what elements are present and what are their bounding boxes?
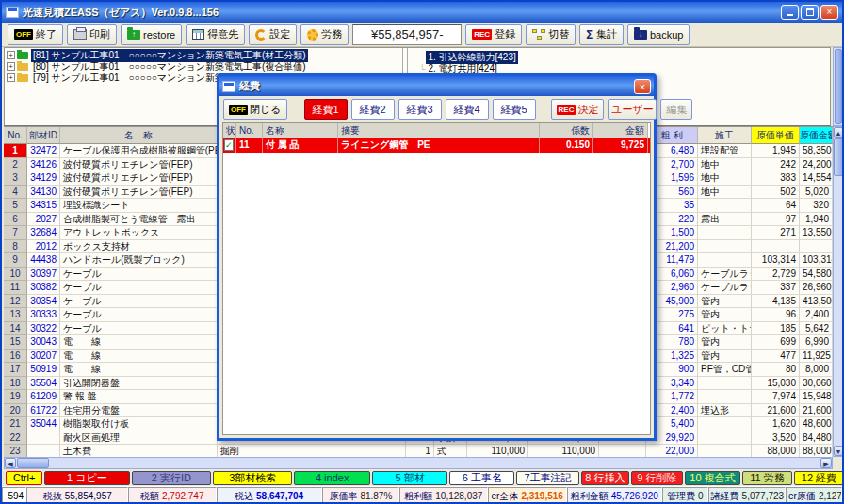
function-key-bar: Ctrl+1 コピー2 実行ID3部材検索4 index5 部材6 工事名7工事… — [4, 471, 844, 485]
expense-list-header: 状 No. 名称 摘要 係数 金額 — [223, 123, 650, 138]
switch-button[interactable]: 切替 — [526, 24, 576, 45]
backup-button[interactable]: ↓ backup — [627, 24, 690, 45]
cell-cost-unit-price: 185 — [752, 322, 800, 336]
backup-folder-icon: ↓ — [634, 30, 647, 40]
fkey-button[interactable]: 2 実行ID — [132, 471, 211, 485]
scroll-up-icon[interactable]: ▲ — [834, 127, 843, 138]
expand-icon[interactable]: + — [7, 51, 15, 59]
expense-tab[interactable]: 経費1 — [304, 99, 348, 120]
cell-construction: 露出 — [698, 213, 752, 227]
tree-scrollbar[interactable] — [833, 47, 844, 126]
exit-button[interactable]: OFF 終了 — [8, 24, 63, 45]
status-segment: 税抜55,854,957 — [26, 487, 128, 504]
decide-button[interactable]: REC 決定 — [551, 99, 605, 120]
table-horizontal-scrollbar[interactable]: ◀ ▶ — [4, 457, 833, 469]
register-button[interactable]: REC 登録 — [465, 24, 522, 45]
header-no: No. — [236, 123, 263, 138]
project-tree-item[interactable]: + [81] サンプル工事01 ○○○○○マンション新築電気工事(材工分類) — [7, 50, 400, 60]
fkey-button[interactable]: 12 経費 — [794, 471, 844, 485]
vertical-scroll-thumb[interactable] — [834, 138, 843, 176]
cell-construction: 管内 — [698, 308, 752, 322]
cell-name: 警 報 盤 — [60, 390, 218, 404]
cell-cost-unit-price: 3,520 — [752, 431, 800, 446]
table-row[interactable]: 23 土木費 掘削 1 式 110,000 110,000 22,000 88,… — [4, 445, 833, 457]
cell-no: 19 — [4, 390, 27, 404]
cell-cost-unit-price: 2,729 — [752, 268, 800, 282]
restore-button[interactable]: ↑ restore — [121, 24, 182, 45]
maximize-button[interactable] — [801, 5, 819, 20]
cell-part-id: 30333 — [27, 308, 60, 322]
fkey-button[interactable]: Ctrl+ — [6, 471, 42, 485]
fkey-button[interactable]: 7工事注記 — [516, 471, 579, 485]
summary-button[interactable]: Σ 集計 — [579, 24, 624, 45]
cell-no: 13 — [4, 308, 27, 322]
status-value: 0 — [698, 491, 704, 501]
fkey-button[interactable]: 3部材検索 — [213, 471, 292, 485]
cell-construction: ピット・トラフ・ — [698, 322, 752, 336]
status-label: 諸経費 — [711, 491, 739, 501]
cell-name: ボックス支持材 — [60, 240, 218, 254]
fkey-button[interactable]: 5 部材 — [372, 471, 447, 485]
cell-name: ケーブル — [60, 281, 218, 295]
cell-cost-unit-price: 383 — [752, 171, 800, 186]
cell-name: 波付硬質ポリエチレン管(FEP) — [60, 186, 218, 200]
cell-construction — [698, 226, 752, 240]
user-button[interactable]: ユーザー — [608, 99, 657, 120]
status-value: 2,319,516 — [521, 491, 563, 501]
expand-icon[interactable]: + — [7, 73, 15, 82]
scroll-down-icon[interactable]: ▼ — [834, 446, 843, 456]
cell-construction: 地中 — [698, 158, 752, 172]
rec-icon: REC — [557, 105, 576, 115]
cell-unit-price: 110,000 — [467, 445, 528, 457]
cell-name: 電 線 — [60, 363, 218, 377]
expense-no: 11 — [236, 138, 263, 153]
fkey-button[interactable]: 1 コピー — [44, 471, 129, 485]
expense-name: 付 属 品 — [263, 138, 338, 153]
project-tree-item[interactable]: + [80] サンプル工事01 ○○○○○マンション新築電気工事(複合単価) — [7, 61, 400, 72]
settings-button[interactable]: 設定 — [249, 24, 297, 45]
fkey-button[interactable]: 11 労務 — [742, 471, 792, 485]
labor-button[interactable]: 労務 — [300, 24, 349, 45]
scroll-right-icon[interactable]: ▶ — [820, 458, 832, 468]
scroll-left-icon[interactable]: ◀ — [5, 458, 16, 468]
expense-row[interactable]: ✓ 11 付 属 品 ライニング鋼管 PE 0.150 9,725 — [223, 138, 650, 153]
cell-no: 7 — [4, 226, 27, 240]
restore-folder-icon: ↑ — [127, 30, 140, 40]
status-segment: 管理費0 — [662, 487, 708, 504]
fkey-button[interactable]: 6 工事名 — [449, 471, 514, 485]
dialog-close-button[interactable]: × — [634, 79, 651, 94]
cell-part-id: 2012 — [27, 240, 60, 254]
expense-tab[interactable]: 経費5 — [493, 99, 536, 120]
status-segment: 粗利額10,128,037 — [399, 487, 488, 504]
fkey-button[interactable]: 8 行挿入 — [581, 471, 629, 485]
cell-name: 波付硬質ポリエチレン管(FEP) — [60, 171, 218, 186]
header-state: 状 — [223, 123, 236, 138]
dialog-close-off-button[interactable]: OFF 閉じる — [223, 99, 287, 120]
section-tree-item[interactable]: └ 2. 電灯共用[424] — [419, 63, 824, 73]
cell-cost-amount: 88,000 — [800, 445, 833, 457]
cell-part-id: 30322 — [27, 322, 60, 336]
expand-icon[interactable]: + — [7, 62, 15, 71]
expense-tab[interactable]: 経費3 — [398, 99, 442, 120]
cell-construction — [698, 445, 752, 457]
cell-name: ケーブル — [60, 308, 218, 322]
section-tree-item[interactable]: └ 1. 引込幹線動力[423] — [419, 52, 824, 62]
close-button[interactable]: × — [820, 5, 838, 20]
cell-part-id: 32472 — [27, 144, 60, 158]
print-button[interactable]: 印刷 — [67, 24, 117, 45]
fkey-button[interactable]: 4 index — [294, 471, 369, 485]
expense-checkbox[interactable]: ✓ — [224, 139, 234, 151]
customers-button[interactable]: 得意先 — [186, 24, 245, 45]
expense-tab[interactable]: 経費4 — [446, 99, 489, 120]
horizontal-scroll-thumb[interactable] — [17, 458, 49, 468]
expense-tab[interactable]: 経費2 — [351, 99, 395, 120]
table-vertical-scrollbar[interactable]: ▲ ▼ — [833, 126, 844, 457]
cell-part-id: 34126 — [27, 158, 60, 172]
expense-dialog-titlebar: 経費 × — [219, 76, 654, 96]
minimize-button[interactable] — [781, 5, 799, 20]
fkey-button[interactable]: 10 複合式 — [685, 471, 740, 485]
header-name: 名称 — [263, 123, 338, 138]
cell-no: 3 — [4, 171, 27, 186]
cell-part-id: 30354 — [27, 295, 60, 309]
fkey-button[interactable]: 9 行削除 — [631, 471, 683, 485]
